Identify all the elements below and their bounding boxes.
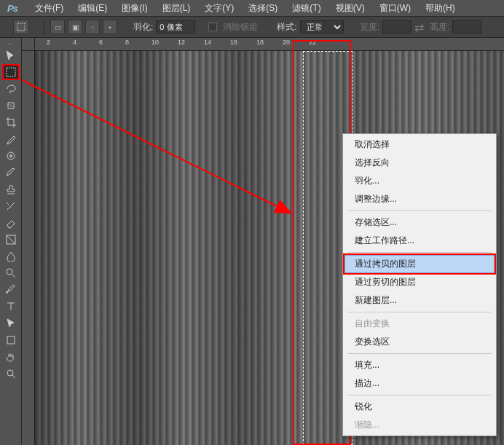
height-label: 高度: [430, 21, 449, 34]
ruler-corner [22, 38, 35, 51]
crop-tool[interactable] [2, 114, 20, 130]
menu-file[interactable]: 文件(F) [28, 2, 71, 15]
context-menu-item[interactable]: 羽化... [344, 172, 495, 190]
context-menu-item[interactable]: 新建图层... [344, 291, 495, 310]
context-menu-item[interactable]: 通过拷贝的图层 [344, 255, 495, 273]
menubar: Ps 文件(F) 编辑(E) 图像(I) 图层(L) 文字(Y) 选择(S) 滤… [0, 0, 504, 16]
lasso-tool[interactable] [2, 81, 20, 97]
ruler-tick: 6 [99, 39, 103, 46]
menu-type[interactable]: 文字(Y) [197, 2, 241, 15]
context-menu-item[interactable]: 填充... [344, 356, 495, 374]
svg-point-6 [7, 370, 13, 376]
context-menu-item[interactable]: 选择反向 [344, 154, 495, 172]
marquee-tool[interactable] [2, 64, 20, 80]
menu-window[interactable]: 窗口(W) [372, 2, 418, 15]
path-select-tool[interactable] [2, 315, 20, 331]
context-menu-item[interactable]: 取消选择 [344, 135, 495, 154]
zoom-tool[interactable] [2, 366, 20, 382]
svg-rect-1 [7, 68, 15, 76]
menu-filter[interactable]: 滤镜(T) [285, 2, 328, 15]
context-menu-separator [347, 252, 492, 253]
ruler-tick: 20 [283, 39, 290, 46]
eraser-tool[interactable] [2, 215, 20, 231]
context-menu-separator [347, 395, 492, 395]
style-select[interactable]: 正常 [300, 20, 344, 34]
menu-layer[interactable]: 图层(L) [155, 2, 198, 15]
ruler-tick: 10 [151, 39, 159, 46]
context-menu-separator [347, 312, 492, 312]
mode-intersect-selection-icon[interactable]: ▪ [103, 20, 117, 34]
toolbar-grip[interactable]: ›› [0, 41, 21, 47]
annotation-menu-highlight: 通过拷贝的图层 [343, 253, 496, 275]
menu-image[interactable]: 图像(I) [114, 2, 154, 15]
type-tool[interactable] [2, 299, 20, 315]
context-menu-item[interactable]: 描边... [344, 374, 495, 393]
ruler-tick: 8 [125, 39, 129, 46]
heal-tool[interactable] [2, 148, 20, 164]
gradient-tool[interactable] [2, 232, 20, 248]
context-menu-item[interactable]: 建立工作路径... [344, 232, 495, 250]
history-brush-tool[interactable] [2, 198, 20, 214]
menu-view[interactable]: 视图(V) [328, 2, 372, 15]
tool-palette: ›› [0, 38, 22, 445]
context-menu-item[interactable]: 锐化 [344, 398, 495, 416]
options-bar: ▭ ▣ ▫ ▪ 羽化: 消除锯齿 样式: 正常 宽度: ⇄ 高度: [0, 16, 504, 38]
svg-rect-0 [17, 23, 25, 31]
ruler-tick: 4 [73, 39, 76, 46]
pen-tool[interactable] [2, 282, 20, 298]
context-menu-separator [347, 210, 492, 211]
feather-input[interactable] [156, 20, 195, 34]
ruler-tick: 12 [178, 39, 185, 46]
style-label: 样式: [277, 21, 296, 34]
mode-new-selection-icon[interactable]: ▭ [50, 20, 65, 34]
height-input [452, 20, 481, 34]
stamp-tool[interactable] [2, 181, 20, 197]
menu-select[interactable]: 选择(S) [241, 2, 285, 15]
context-menu-separator [347, 353, 492, 354]
move-tool[interactable] [2, 47, 20, 63]
feather-label: 羽化: [133, 21, 153, 34]
context-menu-item[interactable]: 通过剪切的图层 [344, 273, 495, 291]
ruler-tick: 2 [47, 39, 50, 46]
width-input [382, 20, 412, 34]
ruler-tick: 16 [230, 39, 237, 46]
app-logo: Ps [3, 1, 22, 15]
ruler-vertical[interactable] [22, 38, 35, 445]
swap-icon: ⇄ [414, 20, 424, 34]
divider [44, 19, 44, 35]
context-menu: 取消选择选择反向羽化...调整边缘...存储选区...建立工作路径...通过拷贝… [342, 133, 497, 436]
brush-tool[interactable] [2, 165, 20, 181]
context-menu-item[interactable]: 变换选区 [344, 333, 495, 351]
menu-edit[interactable]: 编辑(E) [71, 2, 114, 15]
ruler-tick: 14 [204, 39, 211, 46]
eyedropper-tool[interactable] [2, 131, 20, 147]
current-tool-icon[interactable] [13, 20, 29, 34]
mode-subtract-selection-icon[interactable]: ▫ [85, 20, 100, 34]
context-menu-item: 自由变换 [344, 315, 495, 333]
svg-point-4 [7, 269, 12, 275]
quick-select-tool[interactable] [2, 98, 20, 114]
context-menu-item: 渐隐... [344, 416, 495, 434]
ruler-tick: 22 [309, 39, 316, 46]
blur-tool[interactable] [2, 248, 20, 264]
antialias-label: 消除锯齿 [223, 21, 258, 34]
width-label: 宽度: [360, 21, 379, 34]
context-menu-item[interactable]: 存储选区... [344, 213, 495, 232]
antialias-checkbox [208, 23, 217, 31]
dodge-tool[interactable] [2, 265, 20, 281]
ruler-tick: 18 [256, 39, 264, 46]
shape-tool[interactable] [2, 332, 20, 348]
context-menu-item[interactable]: 调整边缘... [344, 190, 495, 208]
mode-add-selection-icon[interactable]: ▣ [68, 20, 82, 34]
hand-tool[interactable] [2, 349, 20, 365]
menu-help[interactable]: 帮助(H) [418, 2, 462, 15]
ruler-horizontal[interactable]: 246810121416182022 [35, 38, 504, 51]
svg-rect-5 [7, 336, 15, 344]
